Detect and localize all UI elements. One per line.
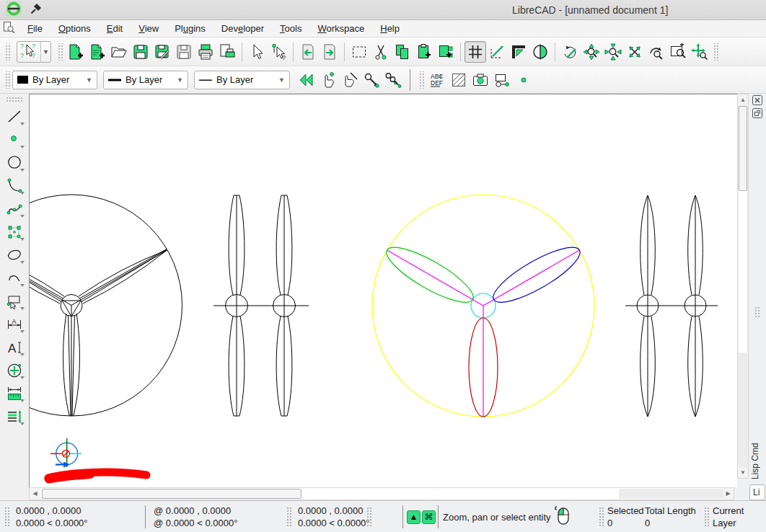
statusbar-grip[interactable] [286,507,292,527]
toolbar-grip[interactable] [4,43,10,61]
circle-tool-button[interactable] [4,153,25,173]
toolbar-grip[interactable] [713,43,718,61]
new-from-template-button[interactable] [87,41,108,63]
relative-coordinates: @ 0.0000 , 0.0000 @ 0.0000 < 0.0000° [154,505,237,529]
menu-options[interactable]: Options [50,22,99,35]
scroll-left-button[interactable]: ◀ [30,488,40,500]
toolbar-grip[interactable] [418,71,424,89]
back-button[interactable] [296,69,317,91]
point-tool-button[interactable] [4,130,25,150]
spline-tool-button[interactable] [4,199,25,219]
zoom-out-button[interactable] [602,41,624,63]
horizontal-scrollbar-track[interactable] [619,489,723,499]
toolbar-grip[interactable] [57,43,63,61]
redraw-button[interactable] [559,41,581,63]
insert-button[interactable] [435,41,457,63]
horizontal-scrollbar[interactable]: ◀ ▶ [29,487,734,500]
unlock-all-button[interactable] [382,69,404,91]
snap-free-button[interactable] [317,69,339,91]
save-as-button[interactable] [151,41,173,63]
whats-this-button[interactable]: ?? ?? ▼ [17,41,51,63]
menu-workspace[interactable]: Workspace [309,22,372,35]
menu-plugins[interactable]: Plugins [167,22,213,35]
zoom-auto-button[interactable] [624,41,646,63]
dock-grip[interactable] [754,306,760,318]
block-button[interactable] [491,69,513,91]
scroll-up-button[interactable]: ▲ [738,94,748,105]
snap-entity-button[interactable] [339,69,361,91]
new-document-button[interactable] [65,41,87,63]
statusbar-grip[interactable] [704,507,710,527]
cmd-shortcut-button[interactable]: ⌘ [422,510,436,524]
undo-button[interactable] [297,41,319,63]
dock-close-button[interactable] [752,95,762,105]
draft-lines-button[interactable] [486,41,508,63]
line-tool-button[interactable] [4,107,25,127]
vertical-scrollbar[interactable]: ▲ ▼ [737,94,749,479]
camera-button[interactable] [470,69,491,91]
horizontal-scrollbar-thumb[interactable] [42,489,301,499]
menu-help[interactable]: Help [372,22,408,35]
unlock-snap-button[interactable] [361,69,382,91]
zoom-in-button[interactable] [581,41,602,63]
paste-button[interactable] [413,41,435,63]
scroll-down-button[interactable]: ▼ [738,467,748,478]
whats-this-dropdown[interactable]: ▼ [40,42,50,62]
hatch-button[interactable] [448,69,470,91]
drawing-canvas[interactable] [29,94,737,487]
print-preview-button[interactable] [216,41,238,63]
copy-button[interactable] [392,41,413,63]
arc-tool-button[interactable] [4,176,25,196]
back-chevrons-icon [298,71,315,89]
modify-tool-button[interactable] [4,360,25,381]
draft-mode-button[interactable] [529,41,551,63]
dock-float-button[interactable] [752,108,762,118]
cut-button[interactable] [370,41,392,63]
titlebar[interactable]: LibreCAD - [unnamed document 1] [0,0,766,20]
menu-edit[interactable]: Edit [99,22,131,35]
scroll-right-button[interactable]: ▶ [723,488,734,500]
point-button[interactable] [513,69,534,91]
statusbar-grip[interactable] [599,507,604,527]
pen-color-select[interactable]: By Layer▼ [12,71,97,89]
select-window-button[interactable] [348,41,370,63]
ellipse-tool-button[interactable] [4,245,25,265]
menu-tools[interactable]: Tools [272,22,309,35]
toolbar-grip[interactable] [4,71,10,89]
lisp-cmd-dock-label[interactable]: Lisp Cmd [750,422,765,479]
redo-button[interactable] [319,41,340,63]
vertical-scrollbar-track[interactable] [739,191,747,353]
grid-toggle-button[interactable] [465,41,486,63]
save-button[interactable] [130,41,151,63]
pen-linetype-select[interactable]: By Layer▼ [194,71,290,89]
mtext-button[interactable]: ABC DEF [426,69,448,91]
text-tool-button[interactable]: A [4,337,25,358]
open-button[interactable] [108,41,130,63]
order-tool-button[interactable] [4,407,25,427]
entity-info-button[interactable]: ? [268,41,289,63]
grid-icon [467,43,484,61]
print-preview-corner-icon[interactable] [3,22,15,36]
zoom-previous-button[interactable] [646,41,667,63]
statusbar-grip[interactable] [4,507,10,527]
lisp-cmd-tab[interactable]: Li [749,484,765,500]
zoom-window-button[interactable] [667,41,689,63]
statusbar-grip[interactable] [366,507,372,527]
measure-tool-button[interactable] [4,384,25,404]
select-tool-button[interactable] [4,291,25,311]
print-button[interactable] [195,41,216,63]
curve-tool-button[interactable] [4,268,25,288]
polyline-tool-button[interactable] [4,222,25,242]
pen-width-select[interactable]: By Layer▼ [103,71,188,89]
menu-file[interactable]: File [19,22,50,35]
menu-view[interactable]: View [131,22,167,35]
toolbar-grip[interactable] [6,97,23,102]
dimension-tool-button[interactable]: A [4,314,25,334]
zoom-pan-button[interactable] [689,41,710,63]
draw-order-button[interactable] [508,41,529,63]
vertical-scrollbar-thumb[interactable] [739,106,747,191]
pointer-button[interactable] [246,41,268,63]
up-shortcut-button[interactable]: ▲ [407,510,421,524]
menu-developer[interactable]: Developer [213,22,272,35]
export-button[interactable] [173,41,195,63]
